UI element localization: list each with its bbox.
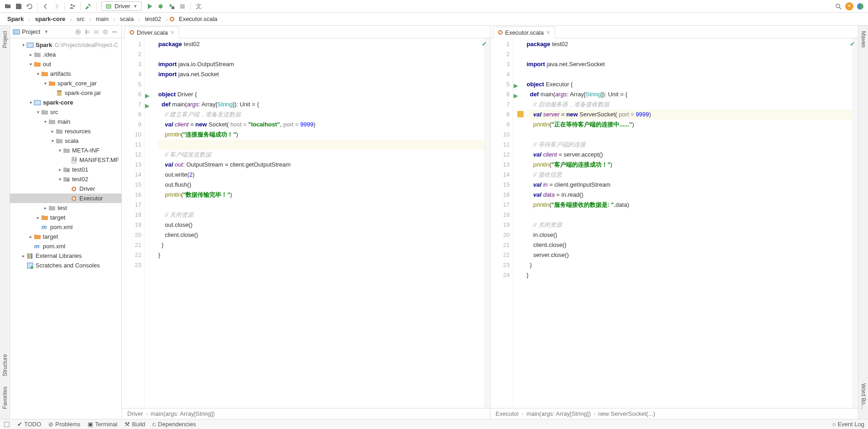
error-stripe[interactable] [484, 38, 490, 408]
code-line[interactable]: } [158, 240, 484, 250]
code-area[interactable]: package test02 import java.io.OutputStre… [154, 38, 484, 408]
tree-row-scala[interactable]: ▾scala [10, 136, 121, 146]
tree-row-spark[interactable]: ▾SparkG:\Projects\IdealProject-C [10, 40, 121, 50]
code-line[interactable]: package test02 [527, 39, 853, 49]
code-line[interactable]: val in = client.getInputStream [527, 180, 853, 190]
ide-fullscreen-icon[interactable] [855, 1, 865, 11]
code-line[interactable] [158, 140, 484, 150]
crumb-6[interactable]: Executor.scala [176, 15, 220, 23]
code-line[interactable]: println("客户端的连接成功！") [527, 160, 853, 170]
editor-crumb[interactable]: Driver [127, 410, 143, 417]
code-line[interactable]: // 关闭资源 [158, 210, 484, 220]
tree-row-src[interactable]: ▾src [10, 107, 121, 117]
code-line[interactable]: println("服务端接收的数据是: ",data) [527, 200, 853, 210]
code-line[interactable]: out.flush() [158, 180, 484, 190]
code-line[interactable]: val data = in.read() [527, 190, 853, 200]
code-line[interactable] [527, 210, 853, 220]
code-line[interactable] [527, 69, 853, 79]
code-line[interactable] [527, 49, 853, 59]
code-line[interactable]: import java.io.OutputStream [158, 59, 484, 69]
tree-row-meta-inf[interactable]: ▾META-INF [10, 146, 121, 155]
tree-arrow-icon[interactable]: ▸ [20, 253, 26, 258]
code-line[interactable]: // 启动服务器，准备接收数据 [527, 99, 853, 110]
error-stripe[interactable] [852, 38, 858, 408]
tree-row-spark-core[interactable]: ▾spark-core [10, 98, 121, 107]
code-line[interactable]: object Driver { [158, 89, 484, 99]
tree-arrow-icon[interactable]: ▾ [49, 138, 56, 143]
toolwindow-dependencies[interactable]: ⎌ Dependencies [152, 421, 196, 428]
toolwindow-problems[interactable]: ⊘ Problems [48, 421, 80, 428]
tree-arrow-icon[interactable]: ▸ [27, 234, 34, 239]
tree-row-test01[interactable]: ▸test01 [10, 165, 121, 174]
tree-row-pom-xml[interactable]: mpom.xml [10, 241, 121, 251]
tree-arrow-icon[interactable]: ▸ [42, 205, 48, 210]
code-line[interactable] [527, 130, 853, 140]
project-tree[interactable]: ▾SparkG:\Projects\IdealProject-C▸.idea▾o… [10, 38, 121, 419]
save-icon[interactable] [14, 1, 24, 11]
code-line[interactable]: object Executor { [527, 79, 853, 89]
code-line[interactable]: val out: OutputStream = client.getOutput… [158, 160, 484, 170]
gutter[interactable]: 12345▶6▶78910111213141516171819202122232… [490, 38, 513, 408]
tree-arrow-icon[interactable]: ▾ [35, 71, 41, 76]
forward-icon[interactable] [52, 1, 62, 11]
code-line[interactable]: def main(args: Array[String]): Unit = { [527, 89, 853, 99]
code-line[interactable]: client.close() [158, 230, 484, 240]
code-line[interactable] [158, 49, 484, 59]
toolwindow-structure[interactable]: Structure [2, 351, 8, 379]
code-line[interactable]: } [527, 270, 853, 280]
event-log[interactable]: ○ Event Log [832, 421, 864, 428]
run-configuration-dropdown[interactable]: Driver ▼ [101, 1, 142, 11]
code-line[interactable]: // 关闭资源 [527, 220, 853, 230]
editor-tab[interactable]: Executor.scala× [493, 26, 556, 38]
select-opened-file-icon[interactable] [74, 27, 82, 37]
code-line[interactable]: println("数据传输完毕！") [158, 190, 484, 200]
code-line[interactable]: val client = server.accept() [527, 150, 853, 160]
tree-row-resources[interactable]: ▸resources [10, 126, 121, 136]
toolwindow-maven[interactable]: Maven [860, 28, 867, 50]
intention-bulb-icon[interactable] [517, 111, 524, 117]
vcs-users-icon[interactable] [68, 1, 78, 11]
code-line[interactable]: } [158, 250, 484, 260]
statusbar-menu-icon[interactable] [4, 421, 10, 428]
tree-row-spark-core-jar[interactable]: spark-core.jar [10, 88, 121, 98]
tree-row-main[interactable]: ▾main [10, 117, 121, 126]
toolwindow-todo[interactable]: ✔ TODO [17, 421, 41, 428]
code-line[interactable]: out.close() [158, 220, 484, 230]
tree-row-target[interactable]: ▸target [10, 213, 121, 222]
code-line[interactable]: } [527, 260, 853, 270]
tree-row-driver[interactable]: Driver [10, 184, 121, 194]
analysis-ok-icon[interactable]: ✔ [850, 40, 855, 47]
code-line[interactable]: import java.net.ServerSocket [527, 59, 853, 69]
code-line[interactable]: def main(args: Array[String]): Unit = { [158, 99, 484, 110]
editor-tab[interactable]: Driver.scala× [125, 26, 179, 38]
editor-crumb[interactable]: new ServerSocket(...) [598, 410, 655, 417]
code-line[interactable]: val server = new ServerSocket( port = 99… [527, 110, 853, 120]
toolwindow-build[interactable]: ⚒ Build [125, 421, 145, 428]
close-tab-icon[interactable]: × [546, 29, 550, 36]
code-line[interactable]: println("连接服务端成功！") [158, 130, 484, 140]
tree-arrow-icon[interactable]: ▾ [57, 148, 63, 153]
debug-icon[interactable] [156, 1, 166, 11]
code-line[interactable]: in.close() [527, 230, 853, 240]
translate-icon[interactable]: 文A [193, 1, 203, 11]
code-line[interactable]: package test02 [158, 39, 484, 49]
tree-arrow-icon[interactable]: ▾ [57, 177, 63, 182]
settings-gear-icon[interactable] [101, 27, 109, 37]
code-line[interactable] [158, 200, 484, 210]
gutter[interactable]: 123456▶7▶891011121314151617181920212223 [122, 38, 145, 408]
tree-row-spark-core-jar[interactable]: ▾spark_core_jar [10, 78, 121, 88]
run-gutter-icon[interactable]: ▶ [145, 101, 150, 111]
toolwindow-terminal[interactable]: ▣ Terminal [88, 421, 117, 428]
hide-icon[interactable] [110, 27, 119, 37]
code-line[interactable]: server.close() [527, 250, 853, 260]
tree-arrow-icon[interactable]: ▾ [42, 81, 48, 86]
editor-body[interactable]: 12345▶6▶78910111213141516171819202122232… [490, 38, 858, 408]
editor-crumb[interactable]: Executor [496, 410, 519, 417]
crumb-0[interactable]: Spark [5, 15, 26, 23]
open-folder-icon[interactable] [3, 1, 13, 11]
code-line[interactable]: val client = new Socket( host = "localho… [158, 120, 484, 130]
code-line[interactable] [158, 260, 484, 270]
tree-arrow-icon[interactable]: ▾ [42, 119, 48, 124]
search-icon[interactable] [833, 1, 843, 11]
run-with-coverage-icon[interactable] [166, 1, 177, 11]
